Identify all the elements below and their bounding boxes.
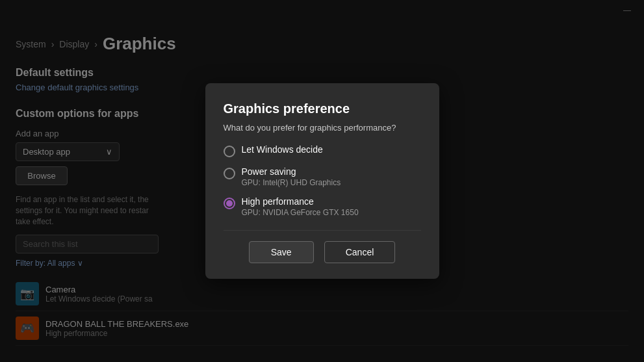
- radio-circle-high-performance: [224, 198, 235, 209]
- radio-windows-decide[interactable]: Let Windows decide: [224, 144, 421, 157]
- radio-label-group-high-performance: High performance GPU: NVIDIA GeForce GTX…: [242, 196, 359, 217]
- modal-title: Graphics preference: [224, 101, 421, 116]
- radio-sublabel-power-saving: GPU: Intel(R) UHD Graphics: [242, 178, 341, 187]
- radio-label-high-performance: High performance: [242, 196, 359, 207]
- radio-label-power-saving: Power saving: [242, 166, 341, 177]
- radio-label-group-power-saving: Power saving GPU: Intel(R) UHD Graphics: [242, 166, 341, 187]
- cancel-button[interactable]: Cancel: [324, 241, 396, 263]
- modal-overlay: Graphics preference What do you prefer f…: [0, 0, 644, 362]
- radio-circle-power-saving: [224, 168, 235, 179]
- radio-circle-windows-decide: [224, 146, 235, 157]
- radio-label-group-windows-decide: Let Windows decide: [242, 144, 323, 155]
- graphics-preference-modal: Graphics preference What do you prefer f…: [205, 83, 439, 279]
- radio-high-performance[interactable]: High performance GPU: NVIDIA GeForce GTX…: [224, 196, 421, 217]
- modal-subtitle: What do you prefer for graphics performa…: [224, 123, 421, 133]
- radio-sublabel-high-performance: GPU: NVIDIA GeForce GTX 1650: [242, 208, 359, 217]
- save-button[interactable]: Save: [249, 241, 314, 263]
- radio-label-windows-decide: Let Windows decide: [242, 144, 323, 155]
- radio-power-saving[interactable]: Power saving GPU: Intel(R) UHD Graphics: [224, 166, 421, 187]
- modal-footer: Save Cancel: [224, 230, 421, 263]
